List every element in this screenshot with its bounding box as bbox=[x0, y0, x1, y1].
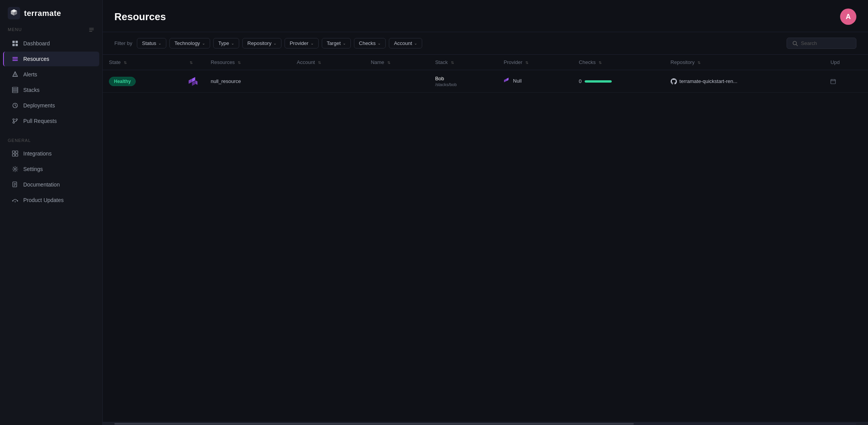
cell-name bbox=[364, 70, 429, 93]
sort-icon: ⇅ bbox=[525, 60, 528, 65]
svg-rect-33 bbox=[831, 79, 835, 84]
repository-link[interactable]: terramate-quickstart-ren... bbox=[671, 78, 818, 85]
sidebar-item-pull-requests-label: Pull Requests bbox=[23, 118, 57, 124]
svg-point-12 bbox=[15, 75, 16, 76]
checks-bar: 0 bbox=[579, 78, 658, 84]
cell-state: Healthy bbox=[103, 70, 182, 93]
sort-icon: ⇅ bbox=[318, 60, 321, 65]
svg-point-24 bbox=[14, 168, 16, 170]
cell-provider: Null bbox=[497, 70, 573, 93]
sidebar-collapse-icon[interactable] bbox=[88, 26, 95, 33]
col-provider[interactable]: Provider ⇅ bbox=[497, 55, 573, 70]
svg-rect-5 bbox=[16, 41, 18, 43]
cell-account bbox=[291, 70, 365, 93]
table-row[interactable]: Healthy null_resource bbox=[103, 70, 868, 93]
integrations-icon bbox=[12, 150, 19, 157]
product-updates-icon bbox=[12, 197, 19, 204]
resources-table: State ⇅ ⇅ Resources ⇅ Account ⇅ bbox=[103, 55, 868, 93]
cell-updated bbox=[824, 70, 868, 93]
chevron-down-icon: ⌄ bbox=[414, 41, 417, 45]
sidebar-item-dashboard-label: Dashboard bbox=[23, 40, 50, 47]
sidebar-item-documentation[interactable]: Documentation bbox=[3, 177, 99, 192]
stack-info: Bob /stacks/bob bbox=[435, 76, 491, 87]
horizontal-scrollbar[interactable] bbox=[103, 422, 868, 425]
sidebar-item-resources[interactable]: Resources bbox=[3, 52, 99, 66]
col-updated[interactable]: Upd bbox=[824, 55, 868, 70]
svg-rect-15 bbox=[12, 91, 18, 93]
filter-provider[interactable]: Provider ⌄ bbox=[285, 38, 318, 48]
chevron-down-icon: ⌄ bbox=[343, 41, 346, 45]
svg-rect-6 bbox=[12, 44, 15, 46]
avatar[interactable]: A bbox=[840, 9, 856, 25]
svg-rect-22 bbox=[12, 154, 15, 156]
sidebar-item-deployments[interactable]: Deployments bbox=[3, 98, 99, 113]
svg-rect-8 bbox=[12, 57, 18, 58]
col-resources[interactable]: Resources ⇅ bbox=[204, 55, 290, 70]
svg-rect-2 bbox=[89, 29, 94, 30]
sidebar-item-alerts[interactable]: Alerts bbox=[3, 67, 99, 82]
dashboard-icon bbox=[12, 40, 19, 47]
sort-icon: ⇅ bbox=[451, 60, 454, 65]
documentation-icon bbox=[12, 181, 19, 188]
menu-label: Menu bbox=[0, 26, 102, 36]
stack-name: Bob bbox=[435, 76, 491, 81]
filter-technology[interactable]: Technology ⌄ bbox=[169, 38, 210, 48]
sidebar-item-product-updates[interactable]: Product Updates bbox=[3, 193, 99, 207]
filter-checks[interactable]: Checks ⌄ bbox=[354, 38, 386, 48]
sidebar-item-pull-requests[interactable]: Pull Requests bbox=[3, 114, 99, 128]
chevron-down-icon: ⌄ bbox=[231, 41, 234, 45]
sidebar-item-integrations[interactable]: Integrations bbox=[3, 146, 99, 161]
sidebar-item-deployments-label: Deployments bbox=[23, 102, 55, 109]
svg-point-18 bbox=[13, 122, 14, 123]
filter-account[interactable]: Account ⌄ bbox=[389, 38, 422, 48]
cell-icon bbox=[182, 70, 204, 93]
checks-progress-bar bbox=[585, 80, 612, 83]
logo-text: terramate bbox=[24, 9, 61, 18]
sidebar-item-alerts-label: Alerts bbox=[23, 71, 37, 78]
sidebar: terramate Menu Dashboard Resources Alert… bbox=[0, 0, 103, 425]
logo: terramate bbox=[0, 7, 102, 26]
col-checks[interactable]: Checks ⇅ bbox=[573, 55, 664, 70]
svg-point-17 bbox=[13, 119, 14, 120]
provider-terraform-icon bbox=[504, 77, 511, 84]
sidebar-item-integrations-label: Integrations bbox=[23, 150, 52, 157]
checks-count: 0 bbox=[579, 78, 582, 84]
sort-icon: ⇅ bbox=[387, 60, 390, 65]
svg-rect-23 bbox=[16, 154, 18, 156]
svg-rect-4 bbox=[12, 41, 15, 43]
scrollbar-thumb[interactable] bbox=[114, 423, 634, 425]
col-account[interactable]: Account ⇅ bbox=[291, 55, 365, 70]
search-box[interactable]: Search bbox=[787, 38, 856, 49]
svg-point-30 bbox=[12, 200, 14, 202]
sidebar-item-documentation-label: Documentation bbox=[23, 181, 60, 188]
stack-path: /stacks/bob bbox=[435, 82, 491, 87]
provider-info: Null bbox=[504, 77, 521, 84]
filter-bar: Filter by Status ⌄ Technology ⌄ Type ⌄ R… bbox=[103, 32, 868, 55]
sort-icon: ⇅ bbox=[238, 60, 241, 65]
sort-icon: ⇅ bbox=[697, 60, 701, 65]
filter-type[interactable]: Type ⌄ bbox=[213, 38, 239, 48]
col-repository[interactable]: Repository ⇅ bbox=[664, 55, 825, 70]
sidebar-item-dashboard[interactable]: Dashboard bbox=[3, 36, 99, 51]
status-badge: Healthy bbox=[109, 77, 136, 86]
filter-repository[interactable]: Repository ⌄ bbox=[242, 38, 281, 48]
col-icon[interactable]: ⇅ bbox=[182, 55, 204, 70]
cell-stack: Bob /stacks/bob bbox=[429, 70, 497, 93]
filter-by-label: Filter by bbox=[114, 40, 132, 46]
col-state[interactable]: State ⇅ bbox=[103, 55, 182, 70]
sidebar-item-settings[interactable]: Settings bbox=[3, 162, 99, 176]
col-name[interactable]: Name ⇅ bbox=[364, 55, 429, 70]
checks-progress-fill bbox=[585, 80, 612, 83]
svg-rect-13 bbox=[12, 87, 18, 89]
main-content: Resources A Filter by Status ⌄ Technolog… bbox=[103, 0, 868, 425]
sidebar-item-stacks[interactable]: Stacks bbox=[3, 83, 99, 97]
col-stack[interactable]: Stack ⇅ bbox=[429, 55, 497, 70]
general-label: General bbox=[0, 132, 102, 146]
filter-target[interactable]: Target ⌄ bbox=[322, 38, 351, 48]
sort-icon: ⇅ bbox=[599, 60, 602, 65]
filter-status[interactable]: Status ⌄ bbox=[137, 38, 166, 48]
svg-rect-3 bbox=[89, 31, 92, 32]
resources-icon bbox=[12, 55, 19, 62]
cell-checks: 0 bbox=[573, 70, 664, 93]
sidebar-item-product-updates-label: Product Updates bbox=[23, 197, 64, 203]
